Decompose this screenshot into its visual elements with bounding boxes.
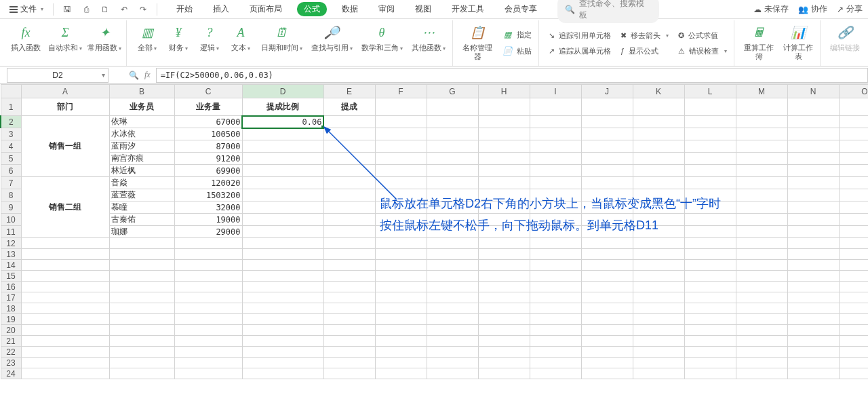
row-header[interactable]: 14 — [1, 260, 21, 271]
all-fn-button[interactable]: ▥ 全部▾ — [134, 22, 161, 64]
col-header[interactable]: L — [684, 85, 736, 98]
cell[interactable] — [427, 177, 478, 189]
cell[interactable] — [530, 358, 581, 368]
row-header[interactable]: 19 — [1, 314, 21, 325]
cell[interactable] — [323, 282, 375, 292]
row-header[interactable]: 16 — [1, 282, 21, 292]
tab-start[interactable]: 开始 — [171, 1, 198, 17]
cell[interactable] — [109, 249, 174, 260]
cell[interactable] — [633, 314, 684, 325]
cell[interactable] — [839, 189, 868, 202]
cell[interactable] — [530, 214, 581, 226]
cell[interactable] — [633, 282, 684, 292]
cell[interactable] — [736, 153, 787, 165]
cell[interactable] — [21, 260, 109, 271]
cell[interactable] — [174, 314, 242, 325]
cell[interactable] — [736, 282, 787, 292]
cell[interactable] — [427, 303, 478, 314]
col-header[interactable]: K — [633, 85, 684, 98]
row-header[interactable]: 1 — [1, 98, 21, 116]
cell[interactable] — [242, 368, 323, 379]
cell[interactable] — [787, 202, 839, 214]
cell[interactable] — [633, 189, 684, 202]
cell[interactable] — [375, 165, 427, 177]
cell[interactable] — [787, 303, 839, 314]
cell[interactable] — [323, 358, 375, 368]
cell[interactable] — [478, 292, 530, 303]
cell[interactable] — [839, 128, 868, 140]
cell[interactable] — [375, 226, 427, 238]
cell[interactable] — [478, 202, 530, 214]
tab-member[interactable]: 会员专享 — [499, 1, 542, 17]
row-header[interactable]: 10 — [1, 214, 21, 226]
cell[interactable] — [581, 177, 633, 189]
cell[interactable] — [530, 292, 581, 303]
cell[interactable] — [174, 238, 242, 249]
row-header[interactable]: 23 — [1, 358, 21, 368]
cell[interactable] — [375, 189, 427, 202]
cell[interactable] — [787, 140, 839, 153]
save-icon[interactable]: 🖫 — [59, 2, 75, 17]
col-header[interactable]: F — [375, 85, 427, 98]
cell[interactable] — [109, 314, 174, 325]
cell[interactable] — [427, 368, 478, 379]
cell[interactable] — [109, 358, 174, 368]
row-header[interactable]: 4 — [1, 140, 21, 153]
cell[interactable] — [736, 128, 787, 140]
cell[interactable] — [684, 303, 736, 314]
cell[interactable] — [633, 214, 684, 226]
cell[interactable] — [375, 202, 427, 214]
cell[interactable] — [375, 292, 427, 303]
cell[interactable] — [242, 177, 323, 189]
col-header[interactable]: I — [530, 85, 581, 98]
cell[interactable] — [736, 336, 787, 347]
cell[interactable] — [581, 325, 633, 336]
cell[interactable] — [375, 140, 427, 153]
formula-input[interactable]: =IF(C2>50000,0.06,0.03) — [156, 68, 868, 83]
finance-fn-button[interactable]: ¥ 财务▾ — [165, 22, 192, 64]
cell[interactable] — [427, 292, 478, 303]
cell[interactable] — [323, 116, 375, 128]
cell[interactable] — [581, 271, 633, 282]
cell[interactable] — [242, 226, 323, 238]
cell[interactable] — [242, 214, 323, 226]
fx-icon[interactable]: fx — [144, 70, 151, 80]
cell[interactable] — [375, 98, 427, 116]
cell[interactable] — [787, 336, 839, 347]
cell[interactable] — [323, 128, 375, 140]
cell[interactable] — [787, 177, 839, 189]
cell[interactable] — [787, 98, 839, 116]
row-header[interactable]: 24 — [1, 368, 21, 379]
cell[interactable] — [787, 238, 839, 249]
cell[interactable] — [581, 292, 633, 303]
cell[interactable] — [736, 368, 787, 379]
cell[interactable] — [427, 314, 478, 325]
cell[interactable] — [787, 249, 839, 260]
cell[interactable] — [736, 165, 787, 177]
cell[interactable] — [633, 116, 684, 128]
cell[interactable] — [736, 116, 787, 128]
cell[interactable] — [633, 358, 684, 368]
cell[interactable] — [323, 314, 375, 325]
cell[interactable] — [787, 325, 839, 336]
cell[interactable] — [109, 325, 174, 336]
cell[interactable]: 林近枫 — [109, 165, 174, 177]
name-box[interactable]: D2 ▾ — [7, 68, 108, 83]
cell[interactable] — [787, 226, 839, 238]
cell[interactable] — [633, 336, 684, 347]
cell[interactable] — [375, 128, 427, 140]
col-header[interactable]: D — [242, 85, 323, 98]
cell[interactable] — [174, 303, 242, 314]
cell[interactable] — [581, 347, 633, 358]
cell[interactable] — [375, 314, 427, 325]
cell[interactable]: 销售一组 — [21, 116, 109, 177]
cell[interactable] — [427, 140, 478, 153]
trace-dependents-button[interactable]: ↗追踪从属单元格 — [546, 45, 614, 58]
cell[interactable] — [581, 282, 633, 292]
cell[interactable] — [581, 189, 633, 202]
cell[interactable] — [109, 303, 174, 314]
share-button[interactable]: ↗ 分享 — [837, 3, 863, 15]
row-header[interactable]: 8 — [1, 189, 21, 202]
cell[interactable] — [787, 292, 839, 303]
cell[interactable] — [427, 249, 478, 260]
